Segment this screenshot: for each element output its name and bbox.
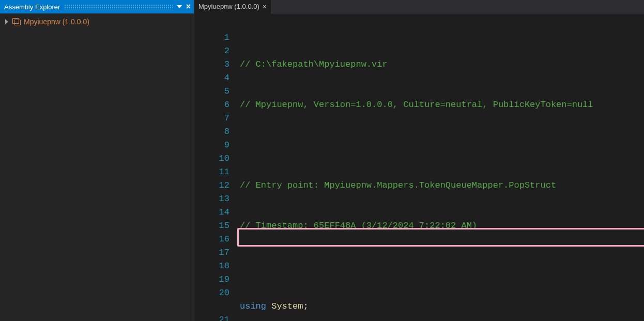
file-tab[interactable]: Mpyiuepnw (1.0.0.0) × bbox=[194, 0, 271, 13]
line-number: 1 bbox=[194, 31, 237, 44]
line-number: 8 bbox=[194, 125, 237, 139]
line-number: 6 bbox=[194, 98, 237, 112]
line-number: 20 bbox=[194, 286, 237, 300]
line-number: 14 bbox=[194, 206, 237, 219]
tree-row[interactable]: Mpyiuepnw (1.0.0.0) bbox=[2, 17, 192, 27]
code-editor[interactable]: 12345678910111213141516171819202122 // C… bbox=[194, 13, 644, 321]
assembly-explorer-panel: Assembly Explorer × Mpyiuepnw (1.0.0.0) bbox=[0, 0, 194, 321]
comment: // C:\fakepath\Mpyiuepnw.vir bbox=[240, 59, 388, 69]
line-number: 13 bbox=[194, 192, 237, 206]
line-number: 4 bbox=[194, 71, 237, 85]
line-number: 2 bbox=[194, 44, 237, 58]
line-number: 19 bbox=[194, 273, 237, 286]
assembly-explorer-titlebar[interactable]: Assembly Explorer × bbox=[0, 0, 194, 13]
tab-close-icon[interactable]: × bbox=[263, 3, 267, 10]
line-number: 16 bbox=[194, 233, 237, 246]
assembly-tree: Mpyiuepnw (1.0.0.0) bbox=[0, 13, 194, 321]
line-number: 5 bbox=[194, 85, 237, 98]
code-area[interactable]: // C:\fakepath\Mpyiuepnw.vir // Mpyiuepn… bbox=[237, 13, 644, 321]
comment: // Timestamp: 65EFF48A (3/12/2024 7:22:0… bbox=[240, 221, 477, 231]
panel-close-icon[interactable]: × bbox=[186, 3, 191, 11]
line-number: 15 bbox=[194, 219, 237, 233]
line-number: 18 bbox=[194, 259, 237, 273]
app-root: Assembly Explorer × Mpyiuepnw (1.0.0.0) … bbox=[0, 0, 644, 321]
line-number-gutter: 12345678910111213141516171819202122 bbox=[194, 13, 237, 321]
tab-bar: Mpyiuepnw (1.0.0.0) × bbox=[194, 0, 644, 13]
editor-area: Mpyiuepnw (1.0.0.0) × 123456789101112131… bbox=[194, 0, 644, 321]
line-number: 3 bbox=[194, 58, 237, 71]
line-number: 12 bbox=[194, 179, 237, 192]
line-number: 7 bbox=[194, 112, 237, 125]
tree-expander-icon[interactable] bbox=[5, 19, 8, 24]
panel-title: Assembly Explorer bbox=[4, 3, 60, 11]
assembly-icon bbox=[12, 18, 21, 25]
comment: // Entry point: Mpyiuepnw.Mappers.TokenQ… bbox=[240, 180, 556, 190]
line-number: 10 bbox=[194, 152, 237, 165]
comment: // Mpyiuepnw, Version=1.0.0.0, Culture=n… bbox=[240, 100, 593, 110]
line-number: 17 bbox=[194, 246, 237, 259]
titlebar-grip[interactable] bbox=[64, 4, 172, 9]
line-number-continuation bbox=[194, 300, 237, 313]
tab-label: Mpyiuepnw (1.0.0.0) bbox=[198, 3, 259, 10]
line-number: 9 bbox=[194, 139, 237, 152]
panel-menu-icon[interactable] bbox=[177, 5, 182, 8]
line-number: 11 bbox=[194, 165, 237, 179]
line-number: 21 bbox=[194, 313, 237, 321]
tree-item-label: Mpyiuepnw (1.0.0.0) bbox=[24, 18, 89, 26]
